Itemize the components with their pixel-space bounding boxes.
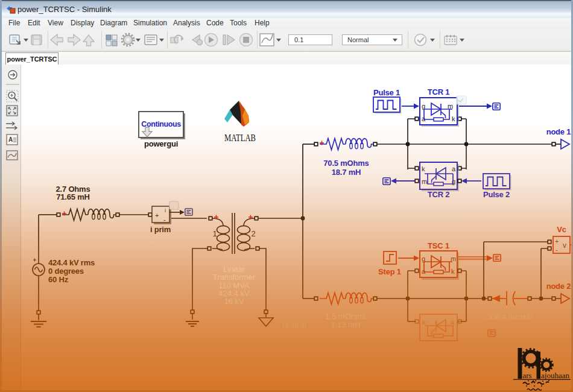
svg-text:ars: ars bbox=[523, 371, 532, 380]
svg-text:ajouhaan: ajouhaan bbox=[541, 371, 569, 380]
